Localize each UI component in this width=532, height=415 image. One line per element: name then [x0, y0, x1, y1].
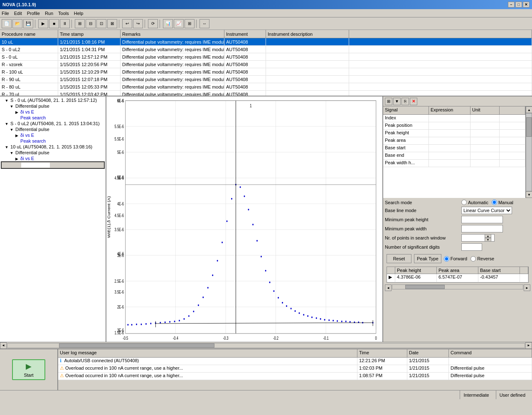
nr-points-input[interactable]	[462, 235, 485, 240]
save-button[interactable]: 💾	[23, 19, 33, 28]
sig-digits-input[interactable]: 5	[461, 243, 482, 251]
tree-item-div2[interactable]: ▶ δi vs E	[1, 132, 105, 138]
tree-item-diffpulse1[interactable]: ▼ Differential pulse	[1, 103, 105, 109]
close-panel-button[interactable]: ✕	[410, 98, 417, 105]
tb-btn-10[interactable]: ⊞	[185, 19, 195, 28]
tb-btn-3[interactable]: ⊡	[96, 19, 106, 28]
tb-btn-4[interactable]: ⊠	[107, 19, 117, 28]
scroll-track[interactable]	[526, 113, 532, 191]
col-instrument[interactable]: Instrument	[224, 30, 266, 38]
peak-type-button[interactable]: Peak Type	[414, 254, 441, 263]
expand-icon[interactable]: ▶	[14, 133, 19, 138]
signal-row-peak-position[interactable]: Peak position	[383, 122, 525, 130]
signal-row-base-start[interactable]: Base start	[383, 145, 525, 152]
manual-radio[interactable]	[492, 200, 497, 205]
scroll-down-button[interactable]: ▼	[526, 191, 532, 198]
main-hscroll-thumb[interactable]	[59, 343, 214, 348]
stop-button[interactable]: ■	[49, 19, 59, 28]
start-button[interactable]: ▶ Start	[12, 359, 45, 380]
signal-row-index[interactable]: Index	[383, 115, 525, 122]
tb-btn-1[interactable]: ⊞	[75, 19, 85, 28]
table-row[interactable]: R - vzorek 1/15/2015 12:20:56 PM Differe…	[0, 61, 532, 68]
table-row[interactable]: S - 0 uL2 1/21/2015 1:04:31 PM Different…	[0, 46, 532, 53]
table-row[interactable]: R - 90 uL 1/15/2015 12:07:18 PM Differen…	[0, 76, 532, 83]
reset-button[interactable]: Reset	[387, 254, 411, 263]
expand-icon[interactable]: ▼	[4, 99, 9, 103]
col-instrument-desc[interactable]: Instrument description	[266, 30, 349, 38]
expand-icon[interactable]: ▼	[9, 151, 14, 155]
export-icon-button[interactable]: ⎘	[401, 98, 409, 105]
expand-icon[interactable]: ▼	[4, 122, 9, 126]
col-procedure-name[interactable]: Procedure name	[0, 30, 58, 38]
table-row[interactable]: R - 100 uL 1/15/2015 12:10:29 PM Differe…	[0, 68, 532, 76]
filter-icon-button[interactable]: ▼	[393, 98, 401, 105]
signal-row-base-end[interactable]: Base end	[383, 152, 525, 160]
tb-btn-2[interactable]: ⊟	[86, 19, 96, 28]
baseline-mode-dropdown[interactable]: Linear Curve Cursor Linear Automatic	[461, 207, 512, 214]
chart-area[interactable]: 6E-6 5.5E-6 5E-6 4.5E-6 4E-6 3.5E-6 3E-6	[106, 96, 383, 342]
menu-help[interactable]: Help	[74, 11, 84, 16]
menu-tools[interactable]: Tools	[58, 11, 69, 16]
right-scroll[interactable]: ▲ ▼	[525, 106, 532, 198]
hscroll-left-button[interactable]: ◄	[385, 284, 392, 291]
tree-item-peak3[interactable]: Peak search	[1, 161, 105, 169]
forward-radio-label[interactable]: Forward	[444, 256, 467, 262]
scroll-thumb[interactable]	[526, 117, 532, 137]
grid-icon-button[interactable]: ⊞	[385, 98, 392, 105]
pause-button[interactable]: ⏸	[60, 19, 70, 28]
minimize-button[interactable]: −	[508, 2, 515, 7]
reverse-radio-label[interactable]: Reverse	[470, 256, 494, 262]
table-row[interactable]: 10 uL 1/21/2015 1:08:16 PM Differential …	[0, 38, 532, 46]
tree-item-diffpulse2[interactable]: ▼ Differential pulse	[1, 126, 105, 132]
col-timestamp[interactable]: Time stamp	[58, 30, 121, 38]
automatic-radio-label[interactable]: Automatic	[461, 200, 488, 205]
menu-profile[interactable]: Profile	[27, 11, 40, 16]
nr-points-up[interactable]: ▲	[485, 234, 491, 238]
expand-icon[interactable]: ▼	[9, 104, 14, 109]
manual-radio-label[interactable]: Manual	[492, 200, 513, 205]
expand-icon[interactable]: ▼	[4, 145, 9, 149]
nr-points-spinner[interactable]: ▲ ▼	[461, 234, 495, 242]
menu-file[interactable]: File	[2, 11, 9, 16]
hscroll-right-button[interactable]: ►	[524, 284, 530, 291]
peak-result-row[interactable]: ▶ 4.3786E-06 6.5747E-07 -0.43457	[387, 274, 528, 282]
tb-btn-11[interactable]: ↔	[200, 19, 209, 28]
tb-btn-5[interactable]: ↩	[122, 19, 132, 28]
main-hscroll-right[interactable]: ►	[525, 342, 532, 349]
menu-run[interactable]: Run	[45, 11, 53, 16]
open-button[interactable]: 📂	[12, 19, 22, 28]
hscroll-track[interactable]	[392, 284, 523, 289]
tb-btn-7[interactable]: ⟳	[148, 19, 158, 28]
signal-row-peak-area[interactable]: Peak area	[383, 137, 525, 145]
menu-edit[interactable]: Edit	[14, 11, 22, 16]
expand-icon[interactable]: ▼	[9, 128, 14, 132]
tree-item-peak2[interactable]: Peak search	[1, 138, 105, 144]
table-row[interactable]: S - 0 uL 1/21/2015 12:57:12 PM Different…	[0, 53, 532, 61]
min-peak-width-input[interactable]: 0.015	[461, 225, 503, 232]
tree-item-10ul[interactable]: ▼ 10 uL (AUT50408, 21. 1. 2015 13:08:16)	[1, 144, 105, 150]
reverse-radio[interactable]	[470, 256, 476, 262]
signal-row-peak-width[interactable]: Peak width h...	[383, 160, 525, 167]
main-hscroll-left[interactable]: ◄	[0, 342, 7, 349]
expand-icon[interactable]: ▶	[14, 157, 19, 161]
tb-btn-6[interactable]: ↪	[133, 19, 143, 28]
automatic-radio[interactable]	[461, 200, 467, 205]
expand-icon[interactable]: ▶	[14, 110, 19, 114]
table-row[interactable]: R - 80 uL 1/15/2015 12:05:33 PM Differen…	[0, 83, 532, 91]
close-button[interactable]: ✕	[523, 2, 530, 7]
col-remarks[interactable]: Remarks	[121, 30, 224, 38]
tree-item-diffpulse3[interactable]: ▼ Differential pulse	[1, 150, 105, 156]
min-peak-height-input[interactable]: 1E-07	[461, 216, 503, 223]
tree-item-peak1[interactable]: Peak search	[1, 115, 105, 121]
maximize-button[interactable]: □	[515, 2, 522, 7]
forward-radio[interactable]	[444, 256, 449, 262]
tb-btn-9[interactable]: 📈	[174, 19, 184, 28]
main-hscroll-track[interactable]	[7, 343, 525, 348]
new-button[interactable]: 📄	[2, 19, 12, 28]
play-button[interactable]: ▶	[38, 19, 48, 28]
tree-item-s0ul2[interactable]: ▼ S - 0 uL2 (AUT50408, 21. 1. 2015 13:04…	[1, 121, 105, 126]
tree-item-div3[interactable]: ▶ δi vs E	[1, 156, 105, 161]
nr-points-down[interactable]: ▼	[485, 238, 491, 242]
hscroll-thumb[interactable]	[405, 285, 444, 289]
signal-row-peak-height[interactable]: Peak height	[383, 130, 525, 137]
